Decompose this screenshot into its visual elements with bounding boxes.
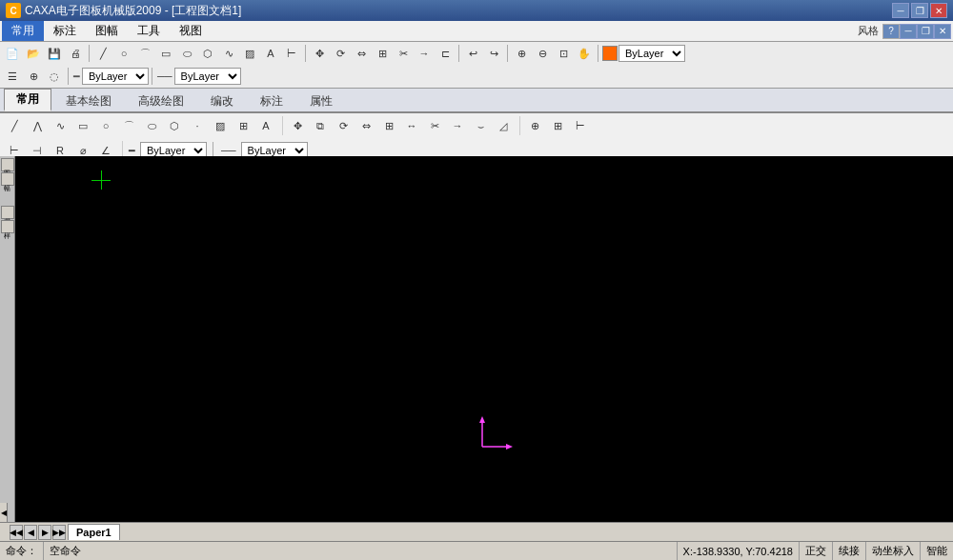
tb-extend[interactable]: → bbox=[415, 44, 434, 63]
sep1 bbox=[89, 45, 90, 62]
rbn-snap[interactable]: ⊕ bbox=[525, 116, 544, 135]
rbn-2line[interactable]: ⋀ bbox=[28, 116, 47, 135]
rbn-point[interactable]: · bbox=[188, 116, 207, 135]
left-panel-toggle[interactable]: ◀ bbox=[0, 503, 8, 522]
tb-zoom-out[interactable]: ⊖ bbox=[533, 44, 552, 63]
sidebar-btn-2[interactable]: 幅 bbox=[1, 172, 14, 186]
tb-poly[interactable]: ⬡ bbox=[198, 44, 217, 63]
tb-move[interactable]: ✥ bbox=[310, 44, 329, 63]
rbn-poly[interactable]: ⬡ bbox=[165, 116, 184, 135]
rbn-copy[interactable]: ⧉ bbox=[311, 116, 330, 135]
color-dropdown[interactable]: ByLayer bbox=[82, 68, 149, 85]
tb-color[interactable] bbox=[602, 46, 618, 61]
menu-item-annotation[interactable]: 标注 bbox=[44, 21, 86, 41]
rbn-grid[interactable]: ⊞ bbox=[548, 116, 567, 135]
tb-redo[interactable]: ↪ bbox=[484, 44, 503, 63]
tb-text[interactable]: A bbox=[261, 44, 280, 63]
rbn-bezier[interactable]: ∿ bbox=[51, 116, 70, 135]
tb-zoom-all[interactable]: ⊡ bbox=[554, 44, 573, 63]
svg-marker-3 bbox=[479, 416, 485, 423]
sheet-tab-paper1[interactable]: Paper1 bbox=[68, 524, 120, 540]
sidebar-btn-3[interactable]: 书 bbox=[1, 206, 14, 219]
tb-rotate[interactable]: ⟳ bbox=[331, 44, 350, 63]
tb-trim[interactable]: ✂ bbox=[394, 44, 413, 63]
tab-basic-draw[interactable]: 基本绘图 bbox=[53, 90, 124, 111]
tb-hatch[interactable]: ▨ bbox=[240, 44, 259, 63]
app-title: CAXA电子图板机械版2009 - [工程图文档1] bbox=[25, 3, 241, 19]
rbn-ellipse[interactable]: ⬭ bbox=[142, 116, 161, 135]
help-button[interactable]: ? bbox=[882, 24, 900, 39]
coord-display: X:-138.9330, Y:70.4218 bbox=[683, 546, 793, 557]
tb-dim[interactable]: ⊢ bbox=[282, 44, 301, 63]
layer-dropdown[interactable]: ByLayer bbox=[618, 45, 685, 62]
sheet-prev[interactable]: ◀ bbox=[24, 525, 37, 540]
menu-item-common[interactable]: 常用 bbox=[2, 21, 44, 41]
rbn-hatch[interactable]: ▨ bbox=[211, 116, 230, 135]
tb-arc[interactable]: ⌒ bbox=[135, 44, 154, 63]
doc-minimize-button[interactable]: ─ bbox=[900, 24, 917, 39]
tb-mirror[interactable]: ⇔ bbox=[352, 44, 371, 63]
sheet-next[interactable]: ▶ bbox=[38, 525, 51, 540]
status-mode1[interactable]: 正交 bbox=[800, 542, 833, 560]
doc-restore-button[interactable]: ❐ bbox=[917, 24, 934, 39]
tb-scale[interactable]: ⊞ bbox=[373, 44, 392, 63]
rbn-line[interactable]: ╱ bbox=[5, 116, 24, 135]
tab-modify[interactable]: 编改 bbox=[198, 90, 246, 111]
tab-adv-draw[interactable]: 高级绘图 bbox=[126, 90, 196, 111]
rbn-ortho[interactable]: ⊢ bbox=[571, 116, 590, 135]
tb-circle[interactable]: ○ bbox=[114, 44, 133, 63]
rbn-stretch[interactable]: ↔ bbox=[402, 116, 421, 135]
rbn-chamfer[interactable]: ◿ bbox=[494, 116, 513, 135]
restore-button[interactable]: ❐ bbox=[911, 3, 928, 18]
tb-layer2[interactable]: ⊕ bbox=[24, 67, 43, 86]
sidebar-btn-4[interactable]: 样 bbox=[1, 220, 14, 233]
tb-line[interactable]: ╱ bbox=[93, 44, 112, 63]
sep6 bbox=[68, 68, 69, 85]
sheet-last[interactable]: ▶▶ bbox=[52, 525, 66, 540]
linetype-dropdown[interactable]: ByLayer bbox=[174, 68, 241, 85]
rbn-fillet[interactable]: ⌣ bbox=[471, 116, 490, 135]
sheet-first[interactable]: ◀◀ bbox=[10, 525, 23, 540]
sep4 bbox=[507, 45, 508, 62]
tab-annotation[interactable]: 标注 bbox=[248, 90, 295, 111]
tab-common[interactable]: 常用 bbox=[4, 89, 51, 111]
rbn-mirror[interactable]: ⇔ bbox=[356, 116, 375, 135]
tb-new[interactable]: 📄 bbox=[3, 44, 22, 63]
tb-layer[interactable]: ☰ bbox=[3, 67, 22, 86]
tb-zoom-in[interactable]: ⊕ bbox=[512, 44, 531, 63]
close-button[interactable]: ✕ bbox=[930, 3, 947, 18]
tb-layer3[interactable]: ◌ bbox=[45, 67, 64, 86]
status-mode3[interactable]: 动坐标入 bbox=[866, 542, 921, 560]
tb-save[interactable]: 💾 bbox=[45, 44, 64, 63]
rbn-arc[interactable]: ⌒ bbox=[119, 116, 138, 135]
menu-item-view[interactable]: 视图 bbox=[170, 21, 212, 41]
tb-undo[interactable]: ↩ bbox=[463, 44, 482, 63]
status-mode4[interactable]: 智能 bbox=[921, 542, 953, 560]
tb-print[interactable]: 🖨 bbox=[66, 44, 85, 63]
status-mode2[interactable]: 续接 bbox=[833, 542, 866, 560]
tb-offset[interactable]: ⊏ bbox=[436, 44, 455, 63]
menu-item-tools[interactable]: 工具 bbox=[128, 21, 170, 41]
rbn-extend2[interactable]: → bbox=[448, 116, 467, 135]
doc-close-button[interactable]: ✕ bbox=[934, 24, 951, 39]
rbn-trim2[interactable]: ✂ bbox=[425, 116, 444, 135]
tb-ellipse[interactable]: ⬭ bbox=[177, 44, 196, 63]
rbn-text[interactable]: A bbox=[256, 116, 275, 135]
tb-spline[interactable]: ∿ bbox=[219, 44, 238, 63]
tb-rect[interactable]: ▭ bbox=[156, 44, 175, 63]
rbn-block[interactable]: ⊞ bbox=[233, 116, 253, 135]
tab-properties[interactable]: 属性 bbox=[297, 90, 345, 111]
minimize-button[interactable]: ─ bbox=[892, 3, 909, 18]
command-text: 空命令 bbox=[50, 544, 81, 558]
tb-open[interactable]: 📂 bbox=[24, 44, 43, 63]
menu-item-format[interactable]: 图幅 bbox=[86, 21, 128, 41]
style-label: 风格 bbox=[854, 24, 882, 38]
rbn-rotate[interactable]: ⟳ bbox=[334, 116, 353, 135]
rbn-circle[interactable]: ○ bbox=[96, 116, 115, 135]
tb-pan[interactable]: ✋ bbox=[575, 44, 594, 63]
rbn-scale2[interactable]: ⊞ bbox=[379, 116, 398, 135]
drawing-area[interactable] bbox=[15, 156, 953, 522]
rbn-rect[interactable]: ▭ bbox=[73, 116, 92, 135]
sidebar-btn-1[interactable]: 图 bbox=[1, 158, 14, 171]
rbn-move[interactable]: ✥ bbox=[288, 116, 307, 135]
